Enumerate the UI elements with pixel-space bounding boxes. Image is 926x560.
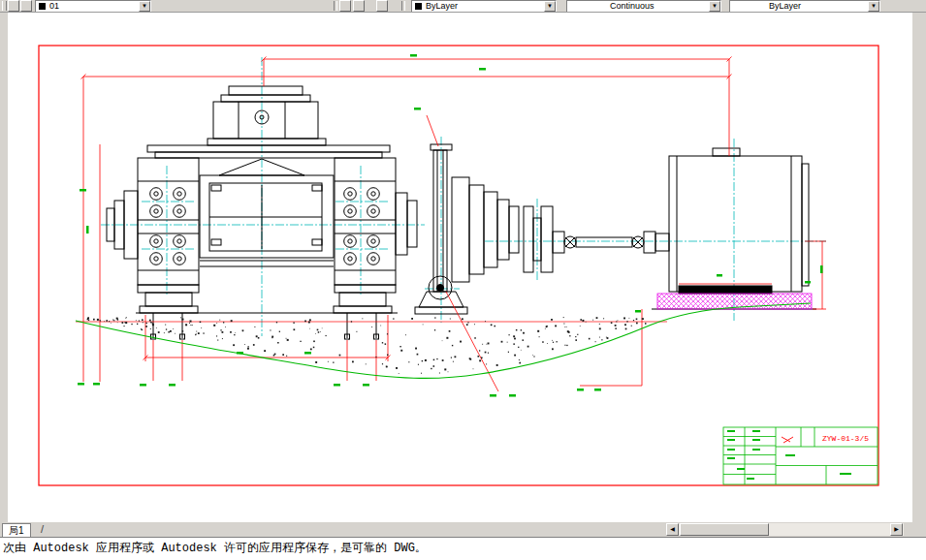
- dimension-text-marks: [78, 54, 823, 397]
- make-layer-current-icon[interactable]: [20, 0, 32, 12]
- command-line-message: 次由 Autodesk 应用程序或 Autodesk 许可的应用程序保存，是可靠…: [3, 542, 427, 555]
- color-swatch: [415, 3, 422, 10]
- dimension-lines: [76, 57, 826, 392]
- chevron-down-icon[interactable]: ▼: [868, 1, 879, 12]
- command-line[interactable]: 次由 Autodesk 应用程序或 Autodesk 许可的应用程序保存，是可靠…: [0, 537, 926, 560]
- layer-previous-icon[interactable]: [339, 0, 351, 12]
- chevron-down-icon[interactable]: ▼: [544, 1, 556, 12]
- foundation-hatch: [657, 294, 812, 309]
- scroll-left-icon[interactable]: ◀: [666, 523, 679, 536]
- color-value: ByLayer: [422, 1, 458, 12]
- scroll-right-icon[interactable]: ▶: [890, 523, 903, 536]
- layer-value: 01: [46, 1, 59, 12]
- linetype-dropdown[interactable]: Continuous ▼: [566, 0, 721, 13]
- title-block-stamp: [782, 437, 793, 443]
- tab-layout1[interactable]: 局1: [2, 523, 31, 537]
- drawing-frame: [39, 46, 878, 485]
- autocad-window: 01 ▼ ByLayer ▼ Continuous ▼ ByLayer ▼: [0, 0, 926, 560]
- chevron-down-icon[interactable]: ▼: [139, 1, 150, 12]
- tab-divider: /: [41, 522, 44, 537]
- layer-properties-icon[interactable]: [8, 0, 19, 12]
- drawing-number: ZYW-01-3/5: [822, 434, 869, 443]
- ground-line: [76, 303, 811, 378]
- layer-color-swatch: [39, 3, 46, 10]
- lineweight-value: ByLayer: [765, 1, 801, 12]
- drawing-canvas[interactable]: ZYW-01-3/5: [8, 13, 912, 522]
- layer-states-icon[interactable]: [353, 0, 365, 12]
- horizontal-scrollbar[interactable]: ◀ ▶: [666, 523, 904, 536]
- layout-tab-bar: 局1 / ◀ ▶: [0, 522, 926, 537]
- properties-icon[interactable]: [376, 0, 388, 12]
- toolbar-grip[interactable]: [2, 1, 7, 11]
- object-properties-toolbar: 01 ▼ ByLayer ▼ Continuous ▼ ByLayer ▼: [0, 0, 926, 13]
- layer-dropdown[interactable]: 01 ▼: [35, 0, 151, 13]
- toolbar-separator: [401, 1, 405, 11]
- toolbar-separator: [334, 1, 337, 11]
- earth-stipple: [87, 317, 647, 374]
- ground-and-annotations: [76, 54, 823, 397]
- color-dropdown[interactable]: ByLayer ▼: [411, 0, 557, 13]
- title-block: ZYW-01-3/5: [723, 427, 878, 484]
- lineweight-dropdown[interactable]: ByLayer ▼: [729, 0, 880, 13]
- linetype-value: Continuous: [606, 1, 655, 12]
- chevron-down-icon[interactable]: ▼: [709, 1, 720, 12]
- bolt-circles: [150, 188, 380, 265]
- dwg-viewport[interactable]: ZYW-01-3/5: [8, 13, 912, 523]
- scrollbar-thumb[interactable]: [680, 523, 769, 536]
